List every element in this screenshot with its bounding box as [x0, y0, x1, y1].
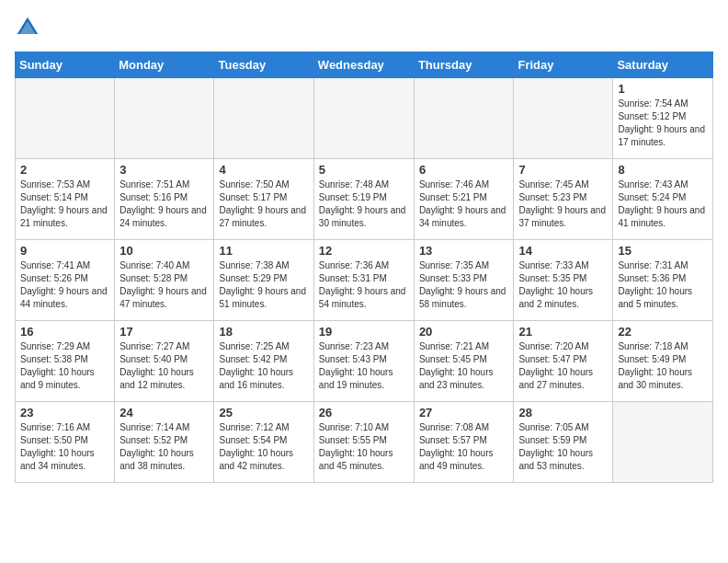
day-info: Sunrise: 7:29 AM Sunset: 5:38 PM Dayligh…: [20, 340, 109, 392]
calendar-cell: 5Sunrise: 7:48 AM Sunset: 5:19 PM Daylig…: [313, 159, 414, 240]
calendar-cell: 15Sunrise: 7:31 AM Sunset: 5:36 PM Dayli…: [613, 240, 713, 321]
day-number: 26: [319, 406, 409, 419]
day-number: 14: [518, 244, 608, 258]
calendar-cell: [313, 78, 414, 159]
day-number: 4: [219, 163, 308, 177]
day-number: 5: [319, 163, 409, 177]
day-info: Sunrise: 7:12 AM Sunset: 5:54 PM Dayligh…: [219, 421, 308, 473]
week-row-4: 16Sunrise: 7:29 AM Sunset: 5:38 PM Dayli…: [16, 321, 713, 402]
calendar-header-row: SundayMondayTuesdayWednesdayThursdayFrid…: [16, 52, 713, 78]
day-info: Sunrise: 7:33 AM Sunset: 5:35 PM Dayligh…: [518, 259, 608, 311]
week-row-5: 23Sunrise: 7:16 AM Sunset: 5:50 PM Dayli…: [16, 402, 713, 483]
day-info: Sunrise: 7:31 AM Sunset: 5:36 PM Dayligh…: [618, 259, 708, 311]
day-info: Sunrise: 7:48 AM Sunset: 5:19 PM Dayligh…: [319, 178, 409, 230]
calendar-cell: 11Sunrise: 7:38 AM Sunset: 5:29 PM Dayli…: [214, 240, 313, 321]
calendar-cell: 6Sunrise: 7:46 AM Sunset: 5:21 PM Daylig…: [414, 159, 514, 240]
day-info: Sunrise: 7:21 AM Sunset: 5:45 PM Dayligh…: [419, 340, 509, 392]
day-info: Sunrise: 7:50 AM Sunset: 5:17 PM Dayligh…: [219, 178, 308, 230]
day-number: 16: [20, 325, 109, 339]
day-info: Sunrise: 7:46 AM Sunset: 5:21 PM Dayligh…: [419, 178, 509, 230]
day-info: Sunrise: 7:23 AM Sunset: 5:43 PM Dayligh…: [319, 340, 409, 392]
calendar-cell: 24Sunrise: 7:14 AM Sunset: 5:52 PM Dayli…: [115, 402, 214, 483]
calendar-cell: [214, 78, 313, 159]
day-info: Sunrise: 7:54 AM Sunset: 5:12 PM Dayligh…: [618, 98, 708, 149]
day-number: 25: [219, 406, 308, 419]
day-number: 20: [419, 325, 509, 339]
day-number: 11: [219, 244, 308, 258]
calendar-header-thursday: Thursday: [414, 52, 514, 78]
day-info: Sunrise: 7:36 AM Sunset: 5:31 PM Dayligh…: [319, 259, 409, 311]
calendar-table: SundayMondayTuesdayWednesdayThursdayFrid…: [15, 52, 713, 483]
day-info: Sunrise: 7:05 AM Sunset: 5:59 PM Dayligh…: [518, 421, 608, 473]
day-number: 18: [219, 325, 308, 339]
page-header: [15, 15, 713, 40]
day-number: 8: [618, 163, 708, 177]
calendar-cell: 19Sunrise: 7:23 AM Sunset: 5:43 PM Dayli…: [313, 321, 414, 402]
day-number: 23: [20, 406, 109, 419]
calendar-cell: 25Sunrise: 7:12 AM Sunset: 5:54 PM Dayli…: [214, 402, 313, 483]
calendar-cell: 13Sunrise: 7:35 AM Sunset: 5:33 PM Dayli…: [414, 240, 514, 321]
day-number: 15: [618, 244, 708, 258]
calendar-cell: [514, 78, 613, 159]
calendar-header-sunday: Sunday: [16, 52, 115, 78]
day-number: 1: [618, 82, 708, 96]
calendar-cell: 28Sunrise: 7:05 AM Sunset: 5:59 PM Dayli…: [514, 402, 613, 483]
day-info: Sunrise: 7:14 AM Sunset: 5:52 PM Dayligh…: [119, 421, 209, 473]
day-number: 12: [319, 244, 409, 258]
week-row-1: 1Sunrise: 7:54 AM Sunset: 5:12 PM Daylig…: [16, 78, 713, 159]
day-info: Sunrise: 7:51 AM Sunset: 5:16 PM Dayligh…: [119, 178, 209, 230]
calendar-header-monday: Monday: [115, 52, 214, 78]
calendar-cell: 2Sunrise: 7:53 AM Sunset: 5:14 PM Daylig…: [16, 159, 115, 240]
logo: [15, 15, 42, 40]
calendar-header-friday: Friday: [514, 52, 613, 78]
calendar-cell: [16, 78, 115, 159]
calendar-cell: 21Sunrise: 7:20 AM Sunset: 5:47 PM Dayli…: [514, 321, 613, 402]
calendar-cell: 10Sunrise: 7:40 AM Sunset: 5:28 PM Dayli…: [115, 240, 214, 321]
calendar-cell: 22Sunrise: 7:18 AM Sunset: 5:49 PM Dayli…: [613, 321, 713, 402]
day-number: 19: [319, 325, 409, 339]
day-info: Sunrise: 7:16 AM Sunset: 5:50 PM Dayligh…: [20, 421, 109, 473]
calendar-cell: 23Sunrise: 7:16 AM Sunset: 5:50 PM Dayli…: [16, 402, 115, 483]
calendar-header-tuesday: Tuesday: [214, 52, 313, 78]
calendar-cell: 18Sunrise: 7:25 AM Sunset: 5:42 PM Dayli…: [214, 321, 313, 402]
day-number: 7: [518, 163, 608, 177]
week-row-3: 9Sunrise: 7:41 AM Sunset: 5:26 PM Daylig…: [16, 240, 713, 321]
day-number: 22: [618, 325, 708, 339]
calendar-cell: [613, 402, 713, 483]
day-info: Sunrise: 7:53 AM Sunset: 5:14 PM Dayligh…: [20, 178, 109, 230]
day-info: Sunrise: 7:40 AM Sunset: 5:28 PM Dayligh…: [119, 259, 209, 311]
calendar-cell: 4Sunrise: 7:50 AM Sunset: 5:17 PM Daylig…: [214, 159, 313, 240]
calendar-cell: 3Sunrise: 7:51 AM Sunset: 5:16 PM Daylig…: [115, 159, 214, 240]
day-info: Sunrise: 7:38 AM Sunset: 5:29 PM Dayligh…: [219, 259, 308, 311]
day-number: 10: [119, 244, 209, 258]
logo-icon: [15, 15, 40, 40]
day-number: 6: [419, 163, 509, 177]
calendar-cell: 27Sunrise: 7:08 AM Sunset: 5:57 PM Dayli…: [414, 402, 514, 483]
day-info: Sunrise: 7:25 AM Sunset: 5:42 PM Dayligh…: [219, 340, 308, 392]
day-info: Sunrise: 7:18 AM Sunset: 5:49 PM Dayligh…: [618, 340, 708, 392]
day-number: 24: [119, 406, 209, 419]
day-info: Sunrise: 7:27 AM Sunset: 5:40 PM Dayligh…: [119, 340, 209, 392]
calendar-cell: 9Sunrise: 7:41 AM Sunset: 5:26 PM Daylig…: [16, 240, 115, 321]
calendar-cell: [414, 78, 514, 159]
day-number: 9: [20, 244, 109, 258]
day-number: 17: [119, 325, 209, 339]
calendar-cell: 7Sunrise: 7:45 AM Sunset: 5:23 PM Daylig…: [514, 159, 613, 240]
day-number: 13: [419, 244, 509, 258]
day-info: Sunrise: 7:45 AM Sunset: 5:23 PM Dayligh…: [518, 178, 608, 230]
day-info: Sunrise: 7:43 AM Sunset: 5:24 PM Dayligh…: [618, 178, 708, 230]
calendar-cell: 20Sunrise: 7:21 AM Sunset: 5:45 PM Dayli…: [414, 321, 514, 402]
calendar-header-wednesday: Wednesday: [313, 52, 414, 78]
calendar-cell: 12Sunrise: 7:36 AM Sunset: 5:31 PM Dayli…: [313, 240, 414, 321]
day-number: 21: [518, 325, 608, 339]
day-info: Sunrise: 7:08 AM Sunset: 5:57 PM Dayligh…: [419, 421, 509, 473]
day-info: Sunrise: 7:41 AM Sunset: 5:26 PM Dayligh…: [20, 259, 109, 311]
calendar-cell: 8Sunrise: 7:43 AM Sunset: 5:24 PM Daylig…: [613, 159, 713, 240]
day-info: Sunrise: 7:20 AM Sunset: 5:47 PM Dayligh…: [518, 340, 608, 392]
calendar-cell: 1Sunrise: 7:54 AM Sunset: 5:12 PM Daylig…: [613, 78, 713, 159]
week-row-2: 2Sunrise: 7:53 AM Sunset: 5:14 PM Daylig…: [16, 159, 713, 240]
calendar-cell: 14Sunrise: 7:33 AM Sunset: 5:35 PM Dayli…: [514, 240, 613, 321]
day-info: Sunrise: 7:10 AM Sunset: 5:55 PM Dayligh…: [319, 421, 409, 473]
day-info: Sunrise: 7:35 AM Sunset: 5:33 PM Dayligh…: [419, 259, 509, 311]
calendar-cell: [115, 78, 214, 159]
